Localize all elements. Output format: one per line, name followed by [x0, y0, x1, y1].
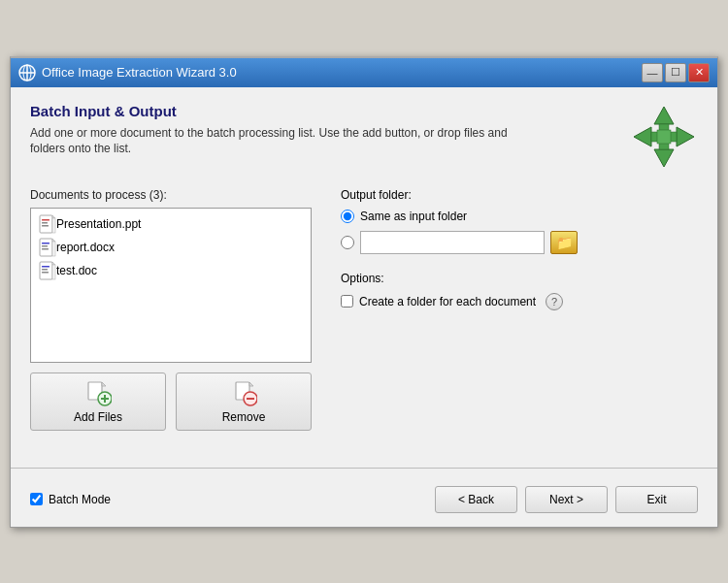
file-name-doc: test.doc: [56, 264, 97, 277]
svg-marker-8: [634, 127, 651, 146]
batch-mode-checkbox[interactable]: [30, 493, 43, 505]
svg-rect-22: [42, 243, 50, 244]
right-panel: Output folder: Same as input folder 📁: [341, 188, 698, 431]
remove-icon: [230, 379, 257, 406]
add-files-label: Add Files: [74, 410, 122, 424]
svg-marker-6: [654, 149, 674, 167]
remove-button[interactable]: Remove: [176, 372, 312, 431]
page-title: Batch Input & Output: [30, 103, 535, 119]
svg-marker-14: [52, 215, 55, 218]
add-files-icon: [84, 379, 112, 406]
file-item-ppt[interactable]: Presentation.ppt: [35, 212, 307, 236]
footer: Batch Mode < Back Next > Exit: [11, 478, 717, 527]
options-section: Options: Create a folder for each docume…: [341, 272, 698, 310]
restore-button[interactable]: ☐: [665, 63, 686, 82]
svg-marker-26: [52, 262, 55, 265]
exit-button[interactable]: Exit: [615, 486, 698, 513]
app-icon: [18, 64, 36, 81]
header-text: Batch Input & Output Add one or more doc…: [30, 103, 535, 158]
file-name-docx: report.docx: [56, 241, 115, 254]
create-folder-label: Create a folder for each document: [359, 295, 536, 308]
title-bar: Office Image Extraction Wizard 3.0 — ☐ ✕: [11, 58, 717, 87]
svg-marker-32: [102, 382, 106, 386]
svg-rect-28: [42, 266, 50, 268]
svg-marker-37: [249, 382, 253, 386]
minimize-button[interactable]: —: [642, 63, 663, 82]
custom-path-input[interactable]: [360, 231, 545, 254]
svg-rect-30: [42, 272, 49, 274]
browse-folder-button[interactable]: 📁: [550, 231, 578, 254]
close-button[interactable]: ✕: [688, 63, 710, 82]
create-folder-checkbox[interactable]: [341, 295, 353, 308]
next-button[interactable]: Next >: [525, 486, 608, 513]
folder-icon: 📁: [556, 235, 573, 250]
output-section: Output folder: Same as input folder 📁: [341, 188, 698, 254]
files-panel-label: Documents to process (3):: [30, 188, 312, 202]
svg-marker-20: [52, 239, 55, 242]
main-area: Documents to process (3): Presentation.p…: [30, 188, 698, 431]
svg-rect-15: [52, 218, 55, 233]
file-name-ppt: Presentation.ppt: [56, 217, 141, 231]
compass-icon: [630, 103, 698, 171]
svg-rect-19: [40, 239, 52, 256]
file-action-buttons: Add Files Remove: [30, 372, 312, 431]
svg-rect-27: [52, 265, 55, 279]
content-area: Batch Input & Output Add one or more doc…: [11, 87, 717, 458]
footer-divider: [11, 468, 717, 469]
left-panel: Documents to process (3): Presentation.p…: [30, 188, 312, 431]
svg-rect-24: [42, 248, 49, 250]
docx-file-icon: [39, 238, 56, 257]
svg-rect-13: [40, 215, 52, 233]
svg-marker-4: [654, 107, 674, 124]
ppt-file-icon: [39, 214, 56, 234]
file-item-docx[interactable]: report.docx: [35, 236, 307, 259]
header-section: Batch Input & Output Add one or more doc…: [30, 103, 698, 171]
batch-mode-row: Batch Mode: [30, 493, 425, 506]
window-title: Office Image Extraction Wizard 3.0: [42, 65, 642, 80]
page-description: Add one or more document to the batch pr…: [30, 125, 535, 158]
window-controls: — ☐ ✕: [642, 63, 710, 82]
doc-file-icon: [39, 261, 56, 280]
svg-rect-16: [42, 219, 50, 221]
svg-rect-23: [42, 245, 48, 247]
back-button[interactable]: < Back: [435, 486, 517, 513]
help-icon[interactable]: ?: [546, 293, 563, 310]
batch-mode-label: Batch Mode: [49, 493, 111, 506]
main-window: Office Image Extraction Wizard 3.0 — ☐ ✕…: [10, 56, 718, 528]
add-files-button[interactable]: Add Files: [30, 372, 166, 431]
file-list[interactable]: Presentation.ppt report.docx: [30, 208, 312, 363]
options-label: Options:: [341, 272, 698, 285]
svg-rect-12: [657, 130, 671, 144]
same-as-input-label: Same as input folder: [360, 210, 467, 223]
svg-rect-17: [42, 222, 48, 224]
svg-rect-25: [40, 262, 52, 279]
remove-label: Remove: [222, 410, 266, 424]
svg-marker-10: [677, 127, 694, 146]
same-as-input-radio[interactable]: [341, 210, 354, 223]
footer-buttons: < Back Next > Exit: [435, 486, 698, 513]
svg-rect-29: [42, 269, 48, 271]
custom-path-radio[interactable]: [341, 236, 354, 249]
file-item-doc[interactable]: test.doc: [35, 259, 307, 282]
svg-rect-21: [52, 242, 55, 256]
svg-rect-18: [42, 225, 49, 227]
output-label: Output folder:: [341, 188, 698, 202]
create-folder-row: Create a folder for each document ?: [341, 293, 698, 310]
same-as-input-row: Same as input folder: [341, 210, 698, 223]
custom-path-row: 📁: [341, 231, 698, 254]
